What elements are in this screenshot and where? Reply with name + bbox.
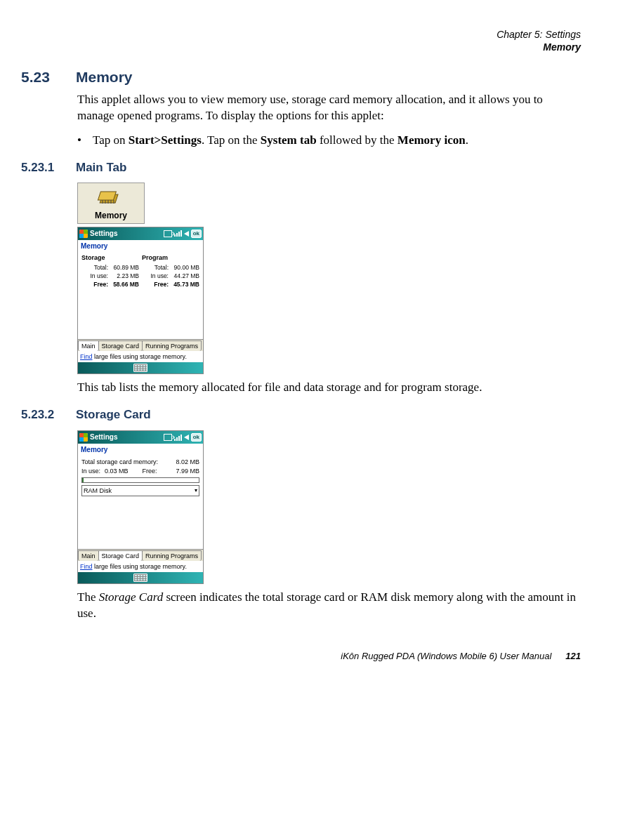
program-free-label: Free: — [142, 280, 169, 289]
subsection-1-heading: 5.23.1 Main Tab — [21, 160, 581, 176]
dropdown-value: RAM Disk — [84, 486, 112, 495]
memory-applet-icon: Memory — [77, 183, 145, 223]
titlebar-text: Settings — [90, 229, 117, 239]
connectivity-icon — [164, 230, 172, 237]
find-text: large files using storage memory. — [93, 353, 187, 360]
subsection-1-number: 5.23.1 — [21, 160, 66, 176]
tab-main: Main — [78, 340, 99, 351]
sc-total-label: Total storage card memory: — [81, 458, 158, 466]
sc-desc-pre: The — [77, 590, 99, 604]
volume-icon — [184, 435, 189, 440]
section-para: This applet allows you to view memory us… — [77, 92, 581, 124]
storage-total-label: Total: — [81, 263, 108, 272]
applet-heading-2: Memory — [78, 444, 203, 456]
titlebar-text: Settings — [90, 432, 117, 442]
sc-inuse-value: 0.03 MB — [105, 467, 129, 475]
keyboard-icon — [133, 364, 147, 372]
bullet-bold-start: Start>Settings — [129, 133, 202, 147]
ppc-screenshot-main: Settings ok Memory Storage Total:60.89 M… — [77, 227, 204, 375]
sip-bar-2 — [78, 572, 203, 583]
titlebar-icons: ok — [164, 230, 202, 238]
storage-dropdown: RAM Disk ▾ — [81, 485, 199, 496]
memory-chip-icon — [96, 187, 126, 208]
instruction-bullet: • Tap on Start>Settings. Tap on the Syst… — [77, 133, 581, 149]
storage-inuse-label: In use: — [81, 272, 108, 280]
bullet-marker: • — [77, 133, 81, 149]
keyboard-icon — [133, 574, 147, 582]
page-number: 121 — [565, 650, 581, 663]
find-link: Find — [80, 563, 93, 570]
section-heading: 5.23 Memory — [21, 67, 581, 87]
sip-bar — [78, 362, 203, 373]
sc-free-label: Free: — [143, 467, 157, 475]
svg-rect-1 — [98, 192, 116, 200]
program-header: Program — [142, 253, 199, 262]
program-inuse-label: In use: — [142, 272, 169, 280]
find-link: Find — [80, 353, 93, 360]
screenshot-main-tab: Memory Settings ok Memory Storage Total:… — [77, 183, 581, 374]
connectivity-icon — [164, 434, 172, 441]
tab-bar-2: Main Storage Card Running Programs — [78, 549, 203, 561]
memory-icon-label: Memory — [79, 210, 143, 221]
page-footer: iKôn Rugged PDA (Windows Mobile 6) User … — [21, 650, 581, 663]
ok-button: ok — [191, 230, 202, 238]
subsection-2-title: Storage Card — [76, 407, 151, 423]
header-topic: Memory — [21, 41, 581, 53]
bullet-text-mid2: followed by the — [317, 133, 397, 147]
bullet-text-pre: Tap on — [93, 133, 129, 147]
find-text: large files using storage memory. — [93, 563, 187, 570]
tab-bar: Main Storage Card Running Programs — [78, 339, 203, 351]
storage-card-description: The Storage Card screen indicates the to… — [77, 590, 581, 622]
find-bar-2: Find large files using storage memory. — [78, 561, 203, 572]
start-icon — [79, 433, 88, 442]
bullet-text: Tap on Start>Settings. Tap on the System… — [93, 133, 468, 149]
chevron-down-icon: ▾ — [195, 487, 197, 495]
usage-bar — [81, 477, 199, 483]
footer-text: iKôn Rugged PDA (Windows Mobile 6) User … — [341, 650, 551, 663]
storage-free-value: 58.66 MB — [108, 280, 139, 289]
main-tab-description: This tab lists the memory allocated for … — [77, 380, 581, 396]
subsection-2-number: 5.23.2 — [21, 407, 66, 423]
storage-free-label: Free: — [81, 280, 108, 289]
storage-inuse-value: 2.23 MB — [108, 272, 139, 280]
bullet-text-mid1: . Tap on the — [202, 133, 261, 147]
storage-header: Storage — [81, 253, 139, 262]
sc-total-value: 8.02 MB — [176, 458, 199, 466]
sc-free-value: 7.99 MB — [176, 467, 199, 475]
program-total-value: 90.00 MB — [169, 263, 199, 272]
header-chapter: Chapter 5: Settings — [21, 28, 581, 41]
applet-heading: Memory — [78, 240, 203, 253]
program-total-label: Total: — [142, 263, 169, 272]
start-icon — [79, 230, 88, 238]
ppc-titlebar-2: Settings ok — [78, 431, 203, 444]
sc-inuse-label: In use: — [81, 467, 100, 475]
ppc-screenshot-storage: Settings ok Memory Total storage card me… — [77, 430, 204, 584]
signal-icon — [174, 435, 182, 441]
tab-main: Main — [78, 550, 99, 561]
section-title: Memory — [76, 67, 133, 87]
sc-desc-italic: Storage Card — [99, 590, 163, 604]
tab-running-programs: Running Programs — [142, 550, 202, 561]
titlebar-icons: ok — [164, 433, 202, 442]
subsection-2-heading: 5.23.2 Storage Card — [21, 407, 581, 423]
section-number: 5.23 — [21, 67, 66, 87]
program-inuse-value: 44.27 MB — [169, 272, 199, 280]
ok-button: ok — [191, 433, 202, 442]
subsection-1-title: Main Tab — [76, 160, 126, 176]
bullet-bold-systemtab: System tab — [261, 133, 317, 147]
volume-icon — [184, 231, 189, 237]
program-free-value: 45.73 MB — [169, 280, 199, 289]
running-header: Chapter 5: Settings Memory — [21, 28, 581, 53]
screenshot-storage-card: Settings ok Memory Total storage card me… — [77, 430, 581, 584]
find-bar: Find large files using storage memory. — [78, 351, 203, 362]
signal-icon — [174, 230, 182, 237]
tab-storage-card: Storage Card — [98, 550, 143, 561]
bullet-bold-memoryicon: Memory icon — [397, 133, 466, 147]
tab-running-programs: Running Programs — [142, 340, 202, 351]
bullet-text-end: . — [466, 133, 468, 147]
storage-total-value: 60.89 MB — [108, 263, 139, 272]
ppc-titlebar: Settings ok — [78, 227, 203, 240]
tab-storage-card: Storage Card — [98, 340, 143, 351]
